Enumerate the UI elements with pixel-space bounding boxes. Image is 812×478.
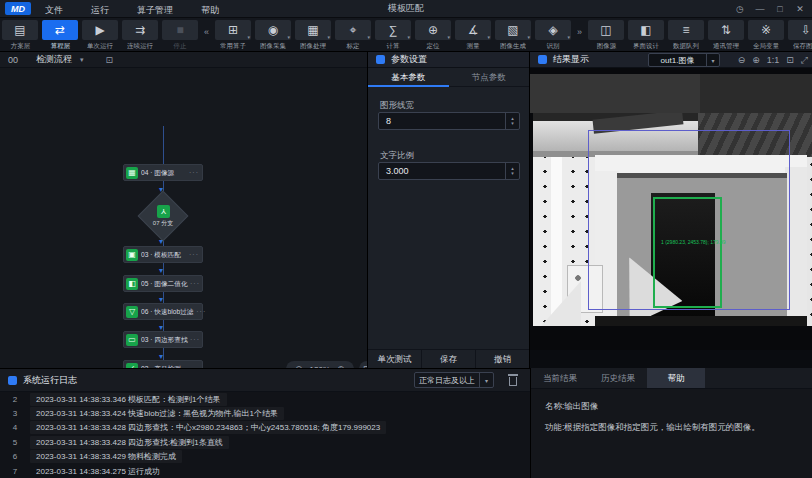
flow-node-06[interactable]: ▽06 · 快速blob过滤··· bbox=[123, 303, 203, 320]
operator-button-3[interactable]: ⌖▾标定 bbox=[334, 20, 372, 51]
menu-file[interactable]: 文件 bbox=[31, 5, 77, 15]
operator-button-icon-0: ⊞▾ bbox=[215, 20, 251, 40]
operator-button-2[interactable]: ▦▾图像处理 bbox=[294, 20, 332, 51]
tool-button-0[interactable]: ◫图像源 bbox=[587, 20, 625, 51]
result-tab-2[interactable]: 帮助 bbox=[647, 368, 705, 388]
minimize-button[interactable]: — bbox=[750, 0, 770, 18]
node-icon: ▣ bbox=[126, 249, 138, 261]
panel-marker-icon bbox=[538, 55, 547, 64]
fit-view-icon[interactable]: ⊡ bbox=[786, 55, 794, 65]
zoom-out-icon[interactable]: ⊖ bbox=[738, 55, 746, 65]
flow-panel: 00 检测流程 ▾ ⊡ Y 07 分支 ▦04 · 图像源···▣03 · 模板… bbox=[0, 52, 367, 368]
flow-node-02[interactable]: ✓02 · 产品检测··· bbox=[123, 360, 203, 368]
clear-log-icon[interactable] bbox=[508, 374, 518, 386]
tool-button-3[interactable]: ⇅通讯管理 bbox=[707, 20, 745, 51]
log-row[interactable]: 32023-03-31 14:38:33.424 快速blob过滤：黑色视为物件… bbox=[0, 406, 530, 420]
run-button-3[interactable]: ⇉连续运行 bbox=[121, 20, 159, 51]
tool-button-2[interactable]: ≡数据队列 bbox=[667, 20, 705, 51]
node-label: 05 · 图像二值化 bbox=[141, 279, 188, 289]
flow-node-03[interactable]: ▭03 · 四边形查找··· bbox=[123, 331, 203, 348]
menu-run[interactable]: 运行 bbox=[77, 5, 123, 15]
node-more-icon[interactable]: ··· bbox=[190, 280, 200, 287]
operator-button-5[interactable]: ⊕▾定位 bbox=[414, 20, 452, 51]
tool-button-5[interactable]: ⇩保存图像 bbox=[787, 20, 812, 51]
log-row-text: 2023-03-31 14:38:33.428 四边形查找：中心x2980.23… bbox=[30, 421, 386, 434]
operator-button-icon-4: ∑▾ bbox=[375, 20, 411, 40]
flow-arrow-icon: ▾ bbox=[159, 267, 163, 275]
log-row[interactable]: 42023-03-31 14:38:33.428 四边形查找：中心x2980.2… bbox=[0, 421, 530, 435]
run-button-2[interactable]: ▶单次运行 bbox=[81, 20, 119, 51]
node-more-icon[interactable]: ··· bbox=[189, 169, 199, 176]
operator-button-7[interactable]: ▧▾图像生成 bbox=[494, 20, 532, 51]
chevron-down-icon: ▾ bbox=[706, 54, 719, 66]
node-more-icon[interactable]: ··· bbox=[196, 308, 206, 315]
run-button-label-3: 连续运行 bbox=[127, 41, 153, 50]
fullscreen-icon[interactable]: ⤢ bbox=[801, 55, 808, 66]
undo-button[interactable]: 撤销 bbox=[476, 350, 529, 368]
operator-button-1[interactable]: ◉▾图像采集 bbox=[254, 20, 292, 51]
chevron-down-icon: ▾ bbox=[479, 373, 493, 387]
collapse-right-icon[interactable]: » bbox=[573, 27, 586, 37]
performance-icon[interactable]: ◷ bbox=[730, 0, 750, 18]
chevron-down-icon[interactable]: ▾ bbox=[80, 56, 84, 64]
run-button-0[interactable]: ▤方案层 bbox=[1, 20, 39, 51]
flow-node-03[interactable]: ▣03 · 模板匹配··· bbox=[123, 246, 203, 263]
tool-button-1[interactable]: ◧界面设计 bbox=[627, 20, 665, 51]
chevron-down-icon: ▾ bbox=[448, 34, 451, 40]
image-viewport[interactable]: 1 (2980.23, 2453.78); 179.99 5472*3648 │… bbox=[530, 68, 812, 350]
maximize-button[interactable]: □ bbox=[770, 0, 790, 18]
flow-node-branch[interactable]: Y 07 分支 bbox=[145, 198, 181, 234]
close-button[interactable]: ✕ bbox=[790, 0, 810, 18]
log-row[interactable]: 52023-03-31 14:38:33.428 四边形查找:检测到1条直线 bbox=[0, 435, 530, 449]
log-rows[interactable]: 22023-03-31 14:38:33.346 模板匹配：检测到1个结果320… bbox=[0, 392, 530, 478]
operator-button-6[interactable]: ∡▾测量 bbox=[454, 20, 492, 51]
run-button-1[interactable]: ⇄算程层 bbox=[41, 20, 79, 51]
actual-size-icon[interactable]: 1:1 bbox=[767, 55, 780, 65]
flow-node-05[interactable]: ◧05 · 图像二值化··· bbox=[123, 275, 203, 292]
toolbar-operator-group: ⊞▾常用算子◉▾图像采集▦▾图像处理⌖▾标定∑▾计算⊕▾定位∡▾测量▧▾图像生成… bbox=[213, 18, 573, 51]
node-icon: ▦ bbox=[126, 167, 138, 179]
single-test-button[interactable]: 单次测试 bbox=[368, 350, 422, 368]
log-row[interactable]: 62023-03-31 14:38:33.429 物料检测完成 bbox=[0, 450, 530, 464]
view-toolbar: ⊖⊕1:1⊡⤢ bbox=[738, 52, 808, 68]
run-button-icon-4: ■ bbox=[162, 20, 198, 40]
log-row-text: 2023-03-31 14:38:33.429 物料检测完成 bbox=[30, 450, 182, 463]
log-row[interactable]: 22023-03-31 14:38:33.346 模板匹配：检测到1个结果 bbox=[0, 392, 530, 406]
node-more-icon[interactable]: ··· bbox=[190, 336, 200, 343]
text-scale-stepper[interactable]: ▴▾ bbox=[505, 163, 519, 179]
parameter-panel-title: 参数设置 bbox=[391, 53, 427, 66]
log-level-select[interactable]: 正常日志及以上 ▾ bbox=[414, 372, 494, 388]
tab-node-params[interactable]: 节点参数 bbox=[449, 68, 530, 86]
chevron-down-icon: ▾ bbox=[288, 34, 291, 40]
flow-node-04[interactable]: ▦04 · 图像源··· bbox=[123, 164, 203, 181]
text-scale-input[interactable]: 3.000 ▴▾ bbox=[378, 162, 520, 180]
save-button[interactable]: 保存 bbox=[422, 350, 476, 368]
operator-button-8[interactable]: ◈▾识别 bbox=[534, 20, 572, 51]
tab-basic-params[interactable]: 基本参数 bbox=[368, 68, 449, 86]
node-more-icon[interactable]: ··· bbox=[189, 251, 199, 258]
flow-canvas[interactable]: Y 07 分支 ▦04 · 图像源···▣03 · 模板匹配···◧05 · 图… bbox=[0, 68, 367, 368]
flow-fit-icon[interactable]: ⊡ bbox=[359, 361, 367, 368]
flow-index[interactable]: 00 bbox=[8, 55, 18, 65]
collapse-left-icon[interactable]: « bbox=[200, 27, 213, 37]
tool-button-label-3: 通讯管理 bbox=[713, 41, 739, 50]
line-width-stepper[interactable]: ▴▾ bbox=[505, 113, 519, 129]
operator-button-4[interactable]: ∑▾计算 bbox=[374, 20, 412, 51]
tool-button-4[interactable]: ※全局变量 bbox=[747, 20, 785, 51]
operator-button-0[interactable]: ⊞▾常用算子 bbox=[214, 20, 252, 51]
node-label: 03 · 四边形查找 bbox=[141, 335, 188, 345]
flow-title[interactable]: 检测流程 bbox=[36, 53, 72, 66]
tool-button-icon-3: ⇅ bbox=[708, 20, 744, 40]
log-row-text: 2023-03-31 14:38:33.424 快速blob过滤：黑色视为物件,… bbox=[30, 407, 284, 420]
result-tab-0[interactable]: 当前结果 bbox=[531, 368, 589, 388]
branch-node-label: 07 分支 bbox=[153, 219, 173, 228]
zoom-in-icon[interactable]: ⊕ bbox=[752, 55, 760, 65]
result-source-select[interactable]: out1.图像 ▾ bbox=[648, 53, 720, 67]
line-width-input[interactable]: 8 ▴▾ bbox=[378, 112, 520, 130]
log-row[interactable]: 72023-03-31 14:38:34.275 运行成功 bbox=[0, 464, 530, 478]
menu-help[interactable]: 帮助 bbox=[187, 5, 233, 15]
menu-operator-manage[interactable]: 算子管理 bbox=[123, 5, 187, 15]
result-tab-1[interactable]: 历史结果 bbox=[589, 368, 647, 388]
tool-button-label-5: 保存图像 bbox=[793, 41, 812, 50]
flow-layout-icon[interactable]: ⊡ bbox=[106, 55, 114, 65]
